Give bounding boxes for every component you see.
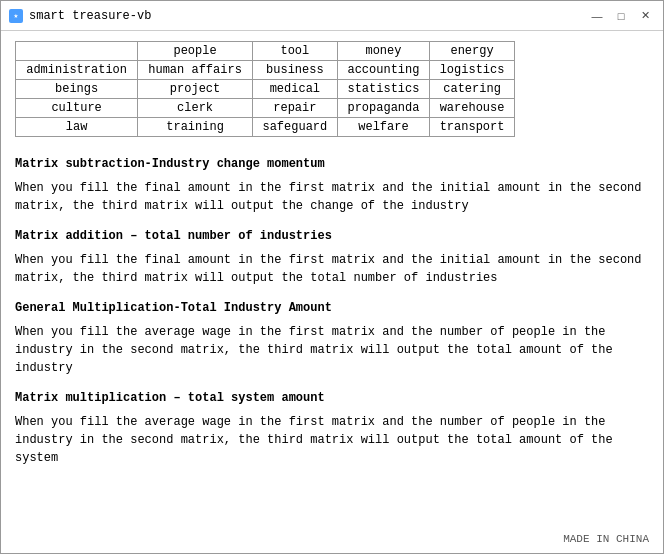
content-area: peopletoolmoneyenergyadministrationhuman… [1,31,663,529]
section-desc-0: When you fill the final amount in the fi… [15,179,649,215]
section-desc-3: When you fill the average wage in the fi… [15,413,649,467]
table-cell: law [16,118,138,137]
window-title: smart treasure-vb [29,9,151,23]
table-cell: administration [16,61,138,80]
table-row: cultureclerkrepairpropagandawarehouse [16,99,515,118]
app-icon: ★ [9,9,23,23]
main-window: ★ smart treasure-vb — □ ✕ peopletoolmone… [0,0,664,554]
table-cell: medical [252,80,337,99]
sections-container: Matrix subtraction-Industry change momen… [15,157,649,467]
table-cell: accounting [337,61,429,80]
table-row: administrationhuman affairsbusinessaccou… [16,61,515,80]
section-desc-1: When you fill the final amount in the fi… [15,251,649,287]
title-bar-left: ★ smart treasure-vb [9,9,151,23]
footer: MADE IN CHINA [1,529,663,553]
table-cell: warehouse [430,99,515,118]
close-button[interactable]: ✕ [635,6,655,26]
table-cell: catering [430,80,515,99]
table-cell: logistics [430,61,515,80]
table-cell: people [138,42,253,61]
table-cell [16,42,138,61]
title-controls: — □ ✕ [587,6,655,26]
section-2: General Multiplication-Total Industry Am… [15,301,649,377]
section-3: Matrix multiplication – total system amo… [15,391,649,467]
table-cell: propaganda [337,99,429,118]
table-cell: transport [430,118,515,137]
section-title-1: Matrix addition – total number of indust… [15,229,649,243]
section-title-3: Matrix multiplication – total system amo… [15,391,649,405]
category-table: peopletoolmoneyenergyadministrationhuman… [15,41,515,137]
footer-text: MADE IN CHINA [563,533,649,545]
table-cell: training [138,118,253,137]
section-0: Matrix subtraction-Industry change momen… [15,157,649,215]
table-cell: statistics [337,80,429,99]
section-title-2: General Multiplication-Total Industry Am… [15,301,649,315]
minimize-button[interactable]: — [587,6,607,26]
table-cell: human affairs [138,61,253,80]
maximize-button[interactable]: □ [611,6,631,26]
title-bar: ★ smart treasure-vb — □ ✕ [1,1,663,31]
table-row: beingsprojectmedicalstatisticscatering [16,80,515,99]
table-row: lawtrainingsafeguardwelfaretransport [16,118,515,137]
table-cell: clerk [138,99,253,118]
table-cell: culture [16,99,138,118]
table-cell: energy [430,42,515,61]
section-title-0: Matrix subtraction-Industry change momen… [15,157,649,171]
section-1: Matrix addition – total number of indust… [15,229,649,287]
table-cell: money [337,42,429,61]
table-cell: business [252,61,337,80]
table-cell: safeguard [252,118,337,137]
section-desc-2: When you fill the average wage in the fi… [15,323,649,377]
table-cell: welfare [337,118,429,137]
table-cell: beings [16,80,138,99]
table-cell: tool [252,42,337,61]
table-cell: project [138,80,253,99]
table-cell: repair [252,99,337,118]
table-row: peopletoolmoneyenergy [16,42,515,61]
